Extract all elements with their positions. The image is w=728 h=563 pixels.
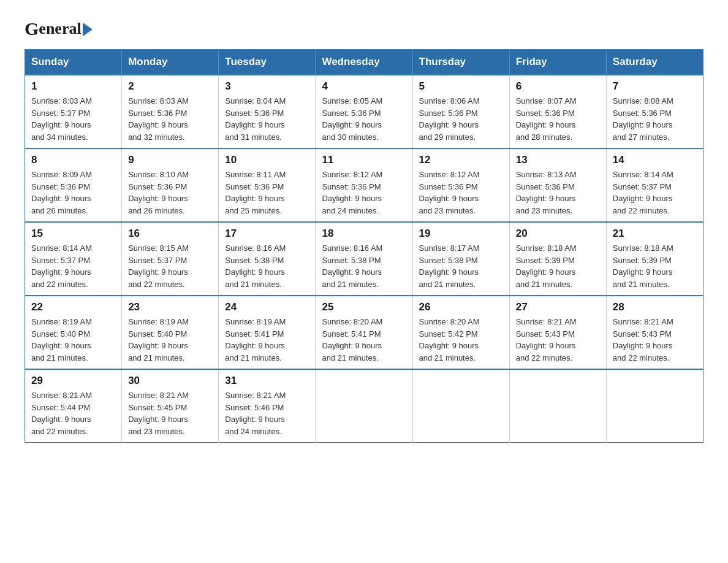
day-number: 19 (419, 228, 503, 240)
calendar-table: SundayMondayTuesdayWednesdayThursdayFrid… (25, 49, 703, 443)
calendar-week-row: 22 Sunrise: 8:19 AM Sunset: 5:40 PM Dayl… (25, 296, 703, 369)
calendar-cell: 20 Sunrise: 8:18 AM Sunset: 5:39 PM Dayl… (509, 222, 606, 296)
calendar-cell (316, 369, 412, 443)
day-number: 31 (225, 375, 309, 387)
calendar-cell: 8 Sunrise: 8:09 AM Sunset: 5:36 PM Dayli… (25, 148, 122, 222)
calendar-cell: 4 Sunrise: 8:05 AM Sunset: 5:36 PM Dayli… (316, 75, 412, 148)
day-info: Sunrise: 8:20 AM Sunset: 5:41 PM Dayligh… (322, 316, 406, 364)
day-info: Sunrise: 8:14 AM Sunset: 5:37 PM Dayligh… (613, 169, 697, 216)
day-info: Sunrise: 8:12 AM Sunset: 5:36 PM Dayligh… (419, 169, 503, 216)
calendar-header-row: SundayMondayTuesdayWednesdayThursdayFrid… (25, 50, 703, 75)
day-info: Sunrise: 8:18 AM Sunset: 5:39 PM Dayligh… (516, 242, 600, 290)
calendar-cell: 1 Sunrise: 8:03 AM Sunset: 5:37 PM Dayli… (25, 75, 122, 148)
logo-arrow-icon (83, 23, 93, 36)
calendar-week-row: 1 Sunrise: 8:03 AM Sunset: 5:37 PM Dayli… (25, 75, 703, 148)
calendar-cell: 16 Sunrise: 8:15 AM Sunset: 5:37 PM Dayl… (122, 222, 219, 296)
day-info: Sunrise: 8:19 AM Sunset: 5:41 PM Dayligh… (225, 316, 309, 364)
day-number: 10 (225, 154, 309, 166)
day-info: Sunrise: 8:06 AM Sunset: 5:36 PM Dayligh… (419, 95, 503, 143)
calendar-cell: 30 Sunrise: 8:21 AM Sunset: 5:45 PM Dayl… (122, 369, 219, 443)
day-number: 26 (419, 301, 503, 313)
calendar-cell: 24 Sunrise: 8:19 AM Sunset: 5:41 PM Dayl… (219, 296, 316, 369)
column-header-sunday: Sunday (25, 50, 122, 75)
calendar-cell: 15 Sunrise: 8:14 AM Sunset: 5:37 PM Dayl… (25, 222, 122, 296)
calendar-cell: 27 Sunrise: 8:21 AM Sunset: 5:43 PM Dayl… (509, 296, 606, 369)
logo: G eneral (25, 18, 93, 37)
calendar-cell: 5 Sunrise: 8:06 AM Sunset: 5:36 PM Dayli… (412, 75, 509, 148)
calendar-cell: 12 Sunrise: 8:12 AM Sunset: 5:36 PM Dayl… (412, 148, 509, 222)
calendar-cell: 3 Sunrise: 8:04 AM Sunset: 5:36 PM Dayli… (219, 75, 316, 148)
day-info: Sunrise: 8:08 AM Sunset: 5:36 PM Dayligh… (613, 95, 697, 143)
day-info: Sunrise: 8:16 AM Sunset: 5:38 PM Dayligh… (322, 242, 406, 290)
page-header: G eneral (25, 18, 703, 37)
day-info: Sunrise: 8:18 AM Sunset: 5:39 PM Dayligh… (613, 242, 697, 290)
calendar-cell: 17 Sunrise: 8:16 AM Sunset: 5:38 PM Dayl… (219, 222, 316, 296)
calendar-cell: 10 Sunrise: 8:11 AM Sunset: 5:36 PM Dayl… (219, 148, 316, 222)
calendar-cell: 29 Sunrise: 8:21 AM Sunset: 5:44 PM Dayl… (25, 369, 122, 443)
day-number: 11 (322, 154, 406, 166)
calendar-cell: 21 Sunrise: 8:18 AM Sunset: 5:39 PM Dayl… (606, 222, 703, 296)
day-number: 16 (128, 228, 212, 240)
calendar-cell: 25 Sunrise: 8:20 AM Sunset: 5:41 PM Dayl… (316, 296, 412, 369)
calendar-cell: 7 Sunrise: 8:08 AM Sunset: 5:36 PM Dayli… (606, 75, 703, 148)
column-header-thursday: Thursday (412, 50, 509, 75)
column-header-saturday: Saturday (606, 50, 703, 75)
day-number: 13 (516, 154, 600, 166)
day-info: Sunrise: 8:21 AM Sunset: 5:43 PM Dayligh… (613, 316, 697, 364)
day-number: 27 (516, 301, 600, 313)
calendar-week-row: 15 Sunrise: 8:14 AM Sunset: 5:37 PM Dayl… (25, 222, 703, 296)
day-number: 15 (31, 228, 115, 240)
day-number: 28 (613, 301, 697, 313)
logo-text-g: G (25, 18, 39, 39)
logo-text-eneral: eneral (39, 20, 81, 38)
day-number: 2 (128, 80, 212, 93)
calendar-cell: 6 Sunrise: 8:07 AM Sunset: 5:36 PM Dayli… (509, 75, 606, 148)
day-info: Sunrise: 8:04 AM Sunset: 5:36 PM Dayligh… (225, 95, 309, 143)
day-number: 24 (225, 301, 309, 313)
calendar-cell (509, 369, 606, 443)
calendar-cell: 26 Sunrise: 8:20 AM Sunset: 5:42 PM Dayl… (412, 296, 509, 369)
calendar-cell: 14 Sunrise: 8:14 AM Sunset: 5:37 PM Dayl… (606, 148, 703, 222)
calendar-cell: 28 Sunrise: 8:21 AM Sunset: 5:43 PM Dayl… (606, 296, 703, 369)
day-number: 4 (322, 80, 406, 93)
calendar-cell: 22 Sunrise: 8:19 AM Sunset: 5:40 PM Dayl… (25, 296, 122, 369)
day-number: 21 (613, 228, 697, 240)
day-info: Sunrise: 8:10 AM Sunset: 5:36 PM Dayligh… (128, 169, 212, 216)
day-info: Sunrise: 8:19 AM Sunset: 5:40 PM Dayligh… (128, 316, 212, 364)
calendar-week-row: 29 Sunrise: 8:21 AM Sunset: 5:44 PM Dayl… (25, 369, 703, 443)
calendar-cell: 23 Sunrise: 8:19 AM Sunset: 5:40 PM Dayl… (122, 296, 219, 369)
column-header-wednesday: Wednesday (316, 50, 412, 75)
calendar-cell: 18 Sunrise: 8:16 AM Sunset: 5:38 PM Dayl… (316, 222, 412, 296)
day-number: 8 (31, 154, 115, 166)
day-number: 29 (31, 375, 115, 387)
day-number: 7 (613, 80, 697, 93)
calendar-week-row: 8 Sunrise: 8:09 AM Sunset: 5:36 PM Dayli… (25, 148, 703, 222)
day-info: Sunrise: 8:09 AM Sunset: 5:36 PM Dayligh… (31, 169, 115, 216)
calendar-cell (606, 369, 703, 443)
day-number: 17 (225, 228, 309, 240)
calendar-cell: 9 Sunrise: 8:10 AM Sunset: 5:36 PM Dayli… (122, 148, 219, 222)
calendar-cell: 19 Sunrise: 8:17 AM Sunset: 5:38 PM Dayl… (412, 222, 509, 296)
day-info: Sunrise: 8:11 AM Sunset: 5:36 PM Dayligh… (225, 169, 309, 216)
column-header-tuesday: Tuesday (219, 50, 316, 75)
day-info: Sunrise: 8:21 AM Sunset: 5:44 PM Dayligh… (31, 389, 115, 437)
day-info: Sunrise: 8:15 AM Sunset: 5:37 PM Dayligh… (128, 242, 212, 290)
day-number: 14 (613, 154, 697, 166)
day-number: 9 (128, 154, 212, 166)
day-info: Sunrise: 8:21 AM Sunset: 5:46 PM Dayligh… (225, 389, 309, 437)
day-number: 30 (128, 375, 212, 387)
day-number: 22 (31, 301, 115, 313)
calendar-cell: 31 Sunrise: 8:21 AM Sunset: 5:46 PM Dayl… (219, 369, 316, 443)
day-info: Sunrise: 8:07 AM Sunset: 5:36 PM Dayligh… (516, 95, 600, 143)
calendar-cell (412, 369, 509, 443)
day-info: Sunrise: 8:17 AM Sunset: 5:38 PM Dayligh… (419, 242, 503, 290)
day-number: 20 (516, 228, 600, 240)
day-info: Sunrise: 8:05 AM Sunset: 5:36 PM Dayligh… (322, 95, 406, 143)
calendar-cell: 11 Sunrise: 8:12 AM Sunset: 5:36 PM Dayl… (316, 148, 412, 222)
day-number: 18 (322, 228, 406, 240)
day-info: Sunrise: 8:21 AM Sunset: 5:43 PM Dayligh… (516, 316, 600, 364)
day-info: Sunrise: 8:21 AM Sunset: 5:45 PM Dayligh… (128, 389, 212, 437)
day-number: 6 (516, 80, 600, 93)
day-info: Sunrise: 8:14 AM Sunset: 5:37 PM Dayligh… (31, 242, 115, 290)
column-header-monday: Monday (122, 50, 219, 75)
